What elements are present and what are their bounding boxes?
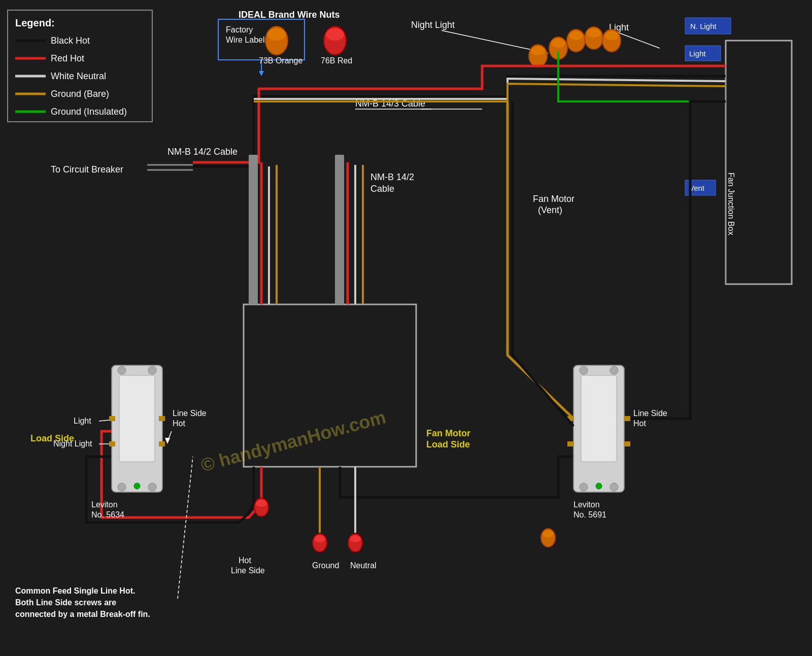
svg-point-28	[569, 31, 583, 40]
svg-point-61	[580, 483, 588, 491]
svg-point-30	[587, 28, 601, 38]
svg-rect-58	[581, 375, 617, 462]
svg-point-62	[610, 483, 618, 491]
svg-point-52	[134, 483, 140, 489]
leviton-5691-number: No. 5691	[573, 510, 606, 519]
fan-junction-box-label: Fan Junction Box	[727, 172, 735, 235]
svg-point-13	[326, 28, 344, 41]
light-left-label: Light	[74, 417, 91, 425]
svg-point-37	[314, 535, 325, 542]
svg-point-24	[531, 46, 545, 55]
svg-point-39	[350, 535, 361, 542]
common-feed-line3: connected by a metal Break-off fin.	[15, 610, 150, 618]
svg-point-41	[543, 530, 554, 537]
factory-wire-label-line2: Wire Label	[226, 36, 264, 44]
svg-rect-69	[249, 155, 258, 304]
line-side-hot-right-label: Line Side	[633, 409, 667, 418]
svg-point-26	[551, 39, 565, 48]
legend-ground-insulated: Ground (Insulated)	[51, 107, 127, 117]
common-feed-line2: Both Line Side screws are	[15, 598, 116, 607]
76b-red-label: 76B Red	[321, 56, 352, 65]
night-light-left-label: Night Light	[53, 439, 92, 448]
svg-rect-43	[119, 375, 155, 462]
legend-title: Legend:	[15, 17, 55, 28]
leviton-5634-number: No. 5634	[91, 510, 124, 519]
legend-red-hot: Red Hot	[51, 53, 84, 63]
circuit-breaker-label: To Circuit Breaker	[51, 164, 123, 175]
svg-point-45	[148, 366, 156, 374]
73b-orange-label: 73B Orange	[259, 56, 302, 65]
svg-point-46	[118, 483, 126, 491]
svg-point-59	[580, 366, 588, 374]
n-light-label: N. Light	[690, 22, 717, 30]
svg-point-47	[148, 483, 156, 491]
fan-motor-vent-label: Fan Motor	[533, 194, 574, 204]
nm-b-142-top-label: NM-B 14/2 Cable	[167, 147, 238, 157]
svg-rect-48	[159, 416, 165, 421]
fan-motor-vent-label2: (Vent)	[538, 205, 562, 215]
leviton-5634-label: Leviton	[91, 500, 118, 509]
nm-b-142-right-label: NM-B 14/2	[370, 172, 414, 182]
diagram-container: Legend: Black Hot Red Hot White Neutral …	[0, 0, 812, 656]
night-light-top-label: Night Light	[411, 20, 455, 30]
svg-rect-50	[109, 416, 115, 421]
neutral-label: Neutral	[350, 561, 377, 570]
nm-b-142-right-label2: Cable	[370, 184, 394, 194]
hot-line-side-label: Hot	[239, 556, 251, 565]
ideal-brand-label: IDEAL Brand Wire Nuts	[239, 10, 340, 20]
svg-rect-64	[567, 441, 573, 446]
svg-point-60	[610, 366, 618, 374]
legend-black-hot: Black Hot	[51, 36, 90, 46]
svg-point-44	[118, 366, 126, 374]
ground-label: Ground	[312, 561, 339, 570]
svg-rect-66	[624, 441, 630, 446]
common-feed-line1: Common Feed Single Line Hot.	[15, 586, 135, 595]
svg-rect-51	[109, 441, 115, 446]
line-side-hot-left-label: Line Side	[173, 409, 207, 418]
fan-motor-load-side-label: Fan Motor	[426, 428, 470, 438]
svg-point-11	[267, 28, 286, 41]
svg-point-32	[604, 31, 619, 40]
leviton-5691-label: Leviton	[573, 500, 600, 509]
line-side-hot-right-label2: Hot	[633, 419, 646, 428]
factory-wire-label-line1: Factory	[226, 25, 253, 34]
vent-label: Vent	[689, 184, 705, 192]
svg-point-67	[596, 483, 602, 489]
line-side-hot-left-label2: Hot	[173, 419, 185, 428]
svg-rect-70	[335, 155, 344, 304]
light-box-label: Light	[689, 49, 706, 58]
svg-point-35	[256, 500, 267, 507]
fan-motor-load-side-label2: Load Side	[426, 439, 470, 450]
hot-line-side-label2: Line Side	[231, 566, 265, 575]
svg-rect-49	[159, 441, 165, 446]
legend-ground-bare: Ground (Bare)	[51, 89, 109, 99]
legend-white-neutral: White Neutral	[51, 71, 106, 81]
svg-rect-65	[624, 416, 630, 421]
